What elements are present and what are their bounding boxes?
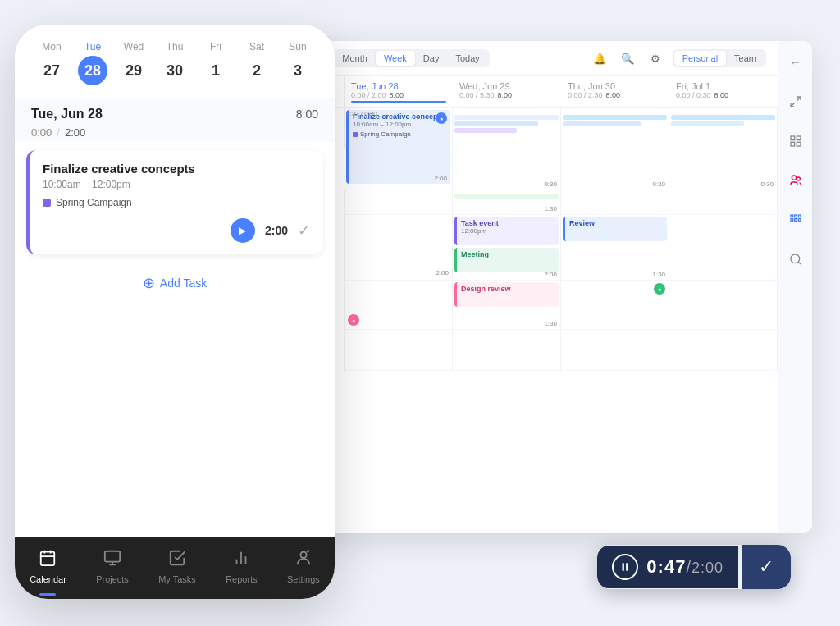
day-wed[interactable]: Wed 29 bbox=[116, 41, 152, 85]
notifications-icon[interactable]: 🔔 bbox=[589, 48, 610, 69]
add-task-row[interactable]: ⊕ Add Task bbox=[15, 263, 335, 304]
personal-btn[interactable]: Personal bbox=[674, 51, 726, 66]
assignee-blue: ● bbox=[436, 112, 447, 124]
thu-12[interactable]: Review 1:30 bbox=[561, 215, 669, 281]
sidebar-apps[interactable] bbox=[783, 207, 809, 233]
settings-icon[interactable]: ⚙ bbox=[645, 48, 666, 69]
event-wed-purple[interactable]: Task event 12:00pm bbox=[454, 217, 559, 245]
tue-200: 2:00 bbox=[436, 269, 449, 276]
day-name-tue: Tue, Jun 28 bbox=[351, 81, 446, 91]
calendar-grid: Tue, Jun 28 0:00 / 2:00 8:00 Wed, Jun 29… bbox=[304, 76, 778, 533]
day-tue-num: 28 bbox=[78, 56, 107, 85]
nav-calendar[interactable]: Calendar bbox=[23, 546, 73, 587]
event-thu-blue[interactable]: Review bbox=[563, 217, 667, 241]
day-sat-num: 2 bbox=[242, 56, 272, 85]
nav-mytasks[interactable]: My Tasks bbox=[152, 546, 203, 587]
day-sun[interactable]: Sun 3 bbox=[280, 41, 316, 85]
day-sat-label: Sat bbox=[249, 41, 264, 53]
check-icon[interactable]: ✓ bbox=[298, 222, 310, 240]
svg-rect-19 bbox=[794, 215, 797, 217]
search-icon[interactable]: 🔍 bbox=[617, 48, 638, 69]
day-mon[interactable]: Mon 27 bbox=[34, 41, 70, 85]
sidebar-grid[interactable] bbox=[783, 128, 809, 154]
nav-projects[interactable]: Projects bbox=[89, 546, 135, 587]
nav-settings[interactable]: Settings bbox=[281, 546, 326, 587]
play-button[interactable]: ▶ bbox=[231, 218, 255, 243]
pause-button[interactable] bbox=[612, 554, 638, 580]
month-view-btn[interactable]: Month bbox=[334, 51, 376, 66]
phone-spacer bbox=[15, 304, 335, 537]
wed-green-title: Meeting bbox=[461, 250, 555, 258]
svg-rect-12 bbox=[791, 136, 795, 140]
fri-time: 0:00 / 0:30 bbox=[676, 91, 711, 99]
thu-8[interactable]: 0:30 bbox=[561, 108, 669, 190]
toolbar-left: ‹ Month Week Day Today bbox=[315, 49, 490, 67]
tue-14[interactable]: ● bbox=[345, 281, 453, 330]
mytasks-icon bbox=[168, 549, 186, 571]
day-tue[interactable]: Tue 28 bbox=[75, 41, 111, 85]
project-name: Spring Campaign bbox=[56, 197, 132, 208]
wed-8[interactable]: 0:30 bbox=[453, 108, 561, 190]
nav-calendar-label: Calendar bbox=[30, 574, 66, 584]
wed-10[interactable]: 1:30 bbox=[453, 190, 561, 215]
tue-assignee-bottom: ● bbox=[348, 314, 359, 326]
wed-12[interactable]: Task event 12:00pm Meeting 2:00 ● bbox=[453, 215, 561, 281]
event-finalize[interactable]: Finalize creative concepts 10:00am – 12:… bbox=[346, 110, 450, 184]
personal-team-toggle: Personal Team bbox=[673, 49, 766, 67]
toolbar-right: 🔔 🔍 ⚙ Personal Team bbox=[589, 48, 766, 69]
wed-green-bar bbox=[454, 194, 559, 199]
thu-130: 1:30 bbox=[652, 271, 665, 278]
sidebar-export[interactable] bbox=[783, 89, 809, 115]
wed-16[interactable] bbox=[453, 330, 561, 371]
fri-hours: 8:00 bbox=[714, 91, 729, 99]
day-view-btn[interactable]: Day bbox=[415, 51, 448, 66]
today-btn[interactable]: Today bbox=[447, 51, 487, 66]
wed-hours: 8:00 bbox=[498, 91, 513, 99]
thu-16[interactable] bbox=[561, 330, 669, 371]
svg-rect-15 bbox=[797, 142, 801, 146]
thu-10[interactable] bbox=[561, 190, 669, 215]
thu-14[interactable]: ● bbox=[561, 281, 669, 330]
nav-active-bar bbox=[39, 593, 56, 596]
timer-main: 0:47/2:00 bbox=[597, 546, 738, 588]
day-thu-num: 30 bbox=[160, 56, 189, 85]
tue-8[interactable]: Finalize creative concepts 10:00am – 12:… bbox=[345, 108, 453, 190]
day-headers: Tue, Jun 28 0:00 / 2:00 8:00 Wed, Jun 29… bbox=[304, 76, 778, 108]
fri-14[interactable] bbox=[669, 281, 778, 330]
task-duration: 2:00 bbox=[265, 224, 288, 237]
fri-16[interactable] bbox=[669, 330, 778, 371]
day-sun-num: 3 bbox=[283, 56, 313, 85]
day-header-wed: Wed, Jun 29 0:00 / 5:30 8:00 bbox=[453, 76, 561, 107]
add-task-label: Add Task bbox=[160, 276, 207, 290]
fri-8[interactable]: 0:30 bbox=[669, 108, 778, 190]
team-btn[interactable]: Team bbox=[726, 51, 765, 66]
timer-confirm-button[interactable]: ✓ bbox=[742, 545, 791, 589]
task-card[interactable]: Finalize creative concepts 10:00am – 12:… bbox=[26, 150, 323, 254]
projects-icon bbox=[103, 549, 121, 571]
sidebar-back[interactable]: ← bbox=[783, 49, 809, 75]
tue-16[interactable] bbox=[345, 330, 453, 371]
fri-10[interactable] bbox=[669, 190, 778, 215]
svg-rect-23 bbox=[798, 219, 801, 222]
svg-rect-14 bbox=[791, 142, 795, 146]
week-view-btn[interactable]: Week bbox=[376, 51, 415, 66]
thu-events-top bbox=[563, 115, 667, 128]
svg-rect-22 bbox=[794, 219, 797, 222]
day-thu-label: Thu bbox=[167, 41, 184, 53]
tue-hours: 8:00 bbox=[390, 91, 404, 99]
svg-rect-27 bbox=[627, 563, 628, 570]
nav-reports[interactable]: Reports bbox=[219, 546, 264, 587]
day-fri[interactable]: Fri 1 bbox=[198, 41, 234, 85]
event-wed-pink[interactable]: Design review bbox=[454, 282, 559, 307]
sidebar-search[interactable] bbox=[783, 246, 809, 272]
tue-12[interactable]: 2:00 bbox=[345, 215, 453, 281]
day-sat[interactable]: Sat 2 bbox=[239, 41, 275, 85]
sidebar-users[interactable] bbox=[783, 167, 809, 194]
event-wed-green[interactable]: Meeting bbox=[454, 248, 559, 272]
day-wed-num: 29 bbox=[119, 56, 148, 85]
fri-12[interactable] bbox=[669, 215, 778, 281]
wed-14[interactable]: Design review 1:30 bbox=[453, 281, 561, 330]
tue-10[interactable] bbox=[345, 190, 453, 215]
day-thu[interactable]: Thu 30 bbox=[157, 41, 193, 85]
plus-icon: ⊕ bbox=[143, 274, 155, 292]
